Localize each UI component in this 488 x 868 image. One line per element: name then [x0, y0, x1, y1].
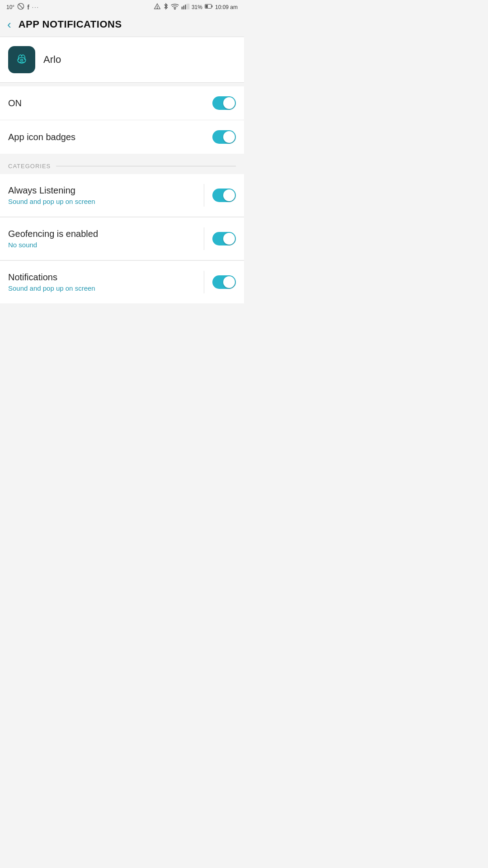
on-toggle-knob	[223, 97, 235, 109]
wifi-icon	[171, 3, 179, 11]
categories-header: CATEGORIES	[0, 154, 244, 174]
status-bar: 10° f ···	[0, 0, 244, 13]
category-sub-1: No sound	[8, 241, 196, 249]
back-button[interactable]: ‹	[7, 19, 11, 30]
category-sub-0: Sound and pop up on screen	[8, 198, 196, 205]
svg-rect-13	[206, 5, 208, 8]
svg-point-4	[157, 8, 157, 8]
svg-point-5	[174, 9, 175, 9]
svg-rect-12	[211, 5, 212, 8]
category-divider-1	[204, 227, 204, 250]
more-icon: ···	[32, 4, 39, 10]
category-toggle-2[interactable]	[212, 275, 236, 289]
badges-label: App icon badges	[8, 132, 75, 142]
status-right: 31% 10:09 am	[154, 3, 238, 11]
category-text-0: Always Listening Sound and pop up on scr…	[8, 185, 196, 205]
category-row-0[interactable]: Always Listening Sound and pop up on scr…	[0, 174, 244, 217]
facebook-icon: f	[27, 4, 29, 11]
svg-rect-7	[183, 6, 184, 9]
category-toggle-knob-2	[223, 276, 235, 288]
badges-toggle[interactable]	[212, 130, 236, 144]
category-toggle-knob-0	[223, 189, 235, 201]
categories-divider-line	[56, 166, 236, 166]
badges-toggle-row[interactable]: App icon badges	[0, 120, 244, 154]
category-text-2: Notifications Sound and pop up on screen	[8, 272, 196, 292]
status-left: 10° f ···	[6, 3, 39, 11]
on-toggle[interactable]	[212, 96, 236, 110]
badges-toggle-knob	[223, 131, 235, 143]
do-not-disturb-icon	[17, 3, 24, 11]
on-toggle-row[interactable]: ON	[0, 86, 244, 120]
categories-section: Always Listening Sound and pop up on scr…	[0, 174, 244, 303]
signal-icon	[181, 3, 189, 11]
svg-line-1	[19, 4, 23, 8]
svg-rect-6	[182, 7, 183, 9]
bluetooth-icon	[163, 3, 169, 11]
app-name: Arlo	[43, 54, 61, 66]
categories-section-label: CATEGORIES	[8, 163, 51, 170]
on-label: ON	[8, 98, 22, 108]
category-divider-0	[204, 184, 204, 207]
app-row: Arlo	[0, 37, 244, 83]
warning-icon	[154, 3, 161, 11]
category-row-1[interactable]: Geofencing is enabled No sound	[0, 217, 244, 260]
time: 10:09 am	[215, 4, 238, 10]
temperature: 10°	[6, 4, 14, 10]
category-row-2[interactable]: Notifications Sound and pop up on screen	[0, 260, 244, 303]
svg-rect-8	[185, 5, 186, 9]
category-name-1: Geofencing is enabled	[8, 229, 196, 239]
page-title: APP NOTIFICATIONS	[19, 19, 122, 30]
svg-point-16	[21, 60, 22, 61]
bottom-spacer	[0, 303, 244, 484]
category-text-1: Geofencing is enabled No sound	[8, 229, 196, 249]
svg-rect-9	[187, 4, 188, 9]
category-toggle-1[interactable]	[212, 232, 236, 245]
header: ‹ APP NOTIFICATIONS	[0, 13, 244, 37]
category-sub-2: Sound and pop up on screen	[8, 284, 196, 292]
category-name-2: Notifications	[8, 272, 196, 283]
svg-rect-10	[188, 4, 189, 9]
app-icon	[8, 46, 35, 73]
category-toggle-knob-1	[223, 233, 235, 245]
category-name-0: Always Listening	[8, 185, 196, 196]
category-toggle-0[interactable]	[212, 189, 236, 202]
category-divider-2	[204, 271, 204, 293]
main-toggles-section: ON App icon badges	[0, 86, 244, 154]
battery-percent: 31%	[192, 4, 202, 10]
battery-icon	[205, 3, 213, 11]
